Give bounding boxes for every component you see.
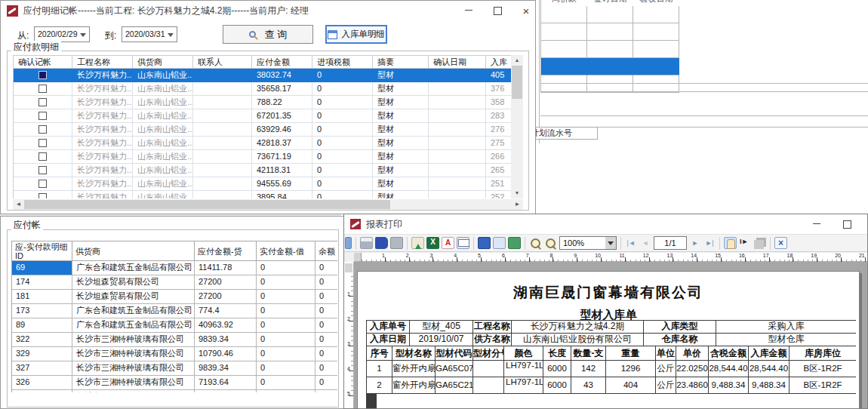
table-row[interactable]: 长沙万科魅力... 山东南山铝业... 63929.46 0 型材 276 (14, 123, 511, 137)
table-row[interactable]: 174 长沙坦森贸易有限公司 27200 0 0 (12, 275, 337, 290)
table-row[interactable]: 长沙万科魅力... 山东南山铝业... 42818.37 0 型材 275 (14, 137, 511, 150)
column-header[interactable]: 签订日期 (587, 0, 633, 6)
title-bar[interactable]: 报表打印 (344, 214, 867, 234)
column-header[interactable]: 应付金额-贷 (195, 241, 257, 261)
vertical-scrollbar[interactable] (511, 55, 523, 198)
table-row[interactable]: 327 长沙市三湘特种玻璃有限公司 9839.34 0 0 (12, 361, 337, 376)
table-row-selected[interactable] (541, 58, 679, 75)
cell (541, 75, 587, 93)
scroll-up-icon[interactable] (511, 55, 523, 66)
table-row[interactable] (541, 75, 679, 93)
inbound-detail-button[interactable]: 入库单明细 (325, 25, 387, 44)
scrollbar-thumb[interactable] (512, 66, 522, 99)
table-row[interactable]: 长沙万科魅力... 山东南山铝业... 38032.74 0 型材 405 (14, 69, 511, 82)
from-date-select[interactable]: 2020/02/29 (34, 26, 90, 42)
send-mail-icon[interactable] (457, 237, 469, 249)
table-row[interactable]: 长沙万科魅力... 山东南山铝业... 788.22 0 型材 358 (14, 96, 511, 109)
column-header[interactable]: 工程名称 (72, 55, 133, 69)
confirm-checkbox[interactable] (38, 180, 47, 188)
table-row[interactable]: 89 广东合和建筑五金制品有限公司 40963.92 0 0 (12, 318, 337, 333)
confirm-checkbox[interactable] (38, 152, 47, 161)
column-header[interactable]: 实付金额-借 (257, 241, 315, 261)
table-row[interactable]: 长沙万科魅力... 山东南山铝业... 73671.19 0 型材 266 (14, 150, 511, 164)
last-page-icon[interactable] (703, 237, 716, 249)
column-header[interactable]: 余额 (315, 241, 337, 261)
export-pdf-icon[interactable] (442, 237, 454, 249)
minimize-button[interactable] (806, 217, 827, 232)
column-header[interactable]: 验收日期 (633, 0, 679, 6)
column-header[interactable]: 进项税额 (312, 55, 373, 69)
zoom-level-select[interactable]: 100% (559, 236, 617, 250)
table-row[interactable]: 322 长沙市三湘特种玻璃有限公司 9839.34 0 0 (12, 333, 337, 347)
multi-page-view-icon[interactable] (508, 237, 521, 249)
print-setup-icon[interactable] (390, 237, 403, 249)
page-number-input[interactable]: 1/1 (654, 236, 687, 250)
horizontal-scrollbar[interactable] (13, 199, 523, 210)
export-icon[interactable] (411, 237, 424, 249)
zoom-in-icon[interactable] (529, 237, 542, 249)
confirm-checkbox[interactable] (38, 98, 47, 106)
zoom-out-icon[interactable] (544, 237, 557, 249)
first-page-icon[interactable] (625, 237, 637, 249)
hand-tool-icon[interactable] (724, 237, 737, 249)
previous-page-icon[interactable] (639, 237, 651, 249)
save-icon[interactable] (478, 237, 491, 249)
table-row[interactable]: 173 广东合和建筑五金制品有限公司 774.4 0 0 (12, 304, 337, 318)
column-header[interactable]: 应付金额 (252, 55, 312, 69)
export-excel-icon[interactable] (426, 237, 439, 249)
column-header[interactable]: 应-实付款明细ID (12, 241, 72, 261)
column-header[interactable]: 供货商 (72, 241, 195, 261)
column-header[interactable]: 入库 (486, 55, 511, 69)
close-preview-icon[interactable] (774, 237, 787, 249)
close-button[interactable] (516, 4, 537, 18)
confirm-checkbox[interactable] (38, 71, 47, 79)
table-row[interactable]: 181 长沙坦森贸易有限公司 27200 0 0 (12, 290, 337, 304)
column-header[interactable]: 供货商 (133, 55, 193, 69)
column-header[interactable]: 确认日期 (429, 55, 486, 69)
scroll-left-icon[interactable] (13, 199, 24, 210)
title-bar[interactable]: 应付明细记帐------当前工程: 长沙万科魅力之城4.2期------当前用户… (1, 1, 535, 21)
minimize-button[interactable] (458, 4, 479, 18)
confirm-checkbox[interactable] (38, 85, 47, 93)
detail-cell: 142 (571, 361, 606, 377)
preview-canvas[interactable]: 湖南巨晟门窗幕墙有限公司 型材入库单 入库单号 型材_405 工程名称 长沙万科… (354, 262, 868, 409)
table-row[interactable]: 长沙万科魅力... 山东南山铝业... 42118.31 0 型材 265 (14, 164, 511, 177)
confirm-checkbox[interactable] (38, 193, 47, 198)
table-row[interactable] (541, 41, 679, 58)
confirm-checkbox[interactable] (38, 166, 47, 174)
column-header[interactable]: 同价款 (541, 0, 587, 6)
maximize-button[interactable] (487, 4, 508, 18)
app-icon (350, 219, 361, 229)
table-row[interactable]: 长沙万科魅力... 山东南山铝业... 3895.84 0 型材 252 (14, 191, 511, 198)
book-icon[interactable] (375, 237, 388, 249)
table-row[interactable] (541, 23, 679, 41)
window-split-icon[interactable] (345, 237, 352, 249)
table-row[interactable]: 69 广东合和建筑五金制品有限公司 11411.78 0 0 (12, 261, 337, 275)
confirm-checkbox[interactable] (38, 125, 47, 134)
column-header[interactable]: 联系人 (193, 55, 252, 69)
confirm-checkbox[interactable] (38, 139, 47, 147)
table-row[interactable]: 长沙万科魅力... 山东南山铝业... 94555.69 0 型材 251 (14, 177, 511, 191)
table-row[interactable]: 329 长沙市三湘特种玻璃有限公司 10790.46 0 0 (12, 347, 337, 361)
table-row[interactable]: 长沙市三湘特种玻璃有限公司 (12, 390, 337, 392)
to-date-select[interactable]: 2020/03/31 (122, 26, 177, 42)
copy-icon[interactable] (754, 240, 764, 249)
scroll-right-icon[interactable] (512, 199, 523, 210)
close-button[interactable] (865, 217, 868, 232)
next-page-icon[interactable] (689, 237, 701, 249)
single-page-view-icon[interactable] (493, 237, 506, 249)
column-header[interactable]: 摘要 (373, 55, 429, 69)
maximize-button[interactable] (836, 217, 857, 232)
table-row[interactable]: 326 长沙市三湘特种玻璃有限公司 7193.64 0 0 (12, 376, 337, 390)
text-select-icon[interactable] (739, 237, 752, 249)
column-header[interactable]: 确认记帐 (14, 55, 72, 69)
confirm-checkbox[interactable] (38, 112, 47, 120)
table-row[interactable] (541, 6, 679, 23)
table-row[interactable]: 长沙万科魅力... 山东南山铝业... 35658.17 0 型材 376 (14, 82, 511, 96)
print-icon[interactable] (360, 237, 373, 249)
scrollbar-thumb[interactable] (24, 200, 390, 209)
query-button[interactable]: 查 询 (223, 25, 313, 44)
scroll-down-icon[interactable] (511, 188, 523, 198)
ruler-scroll-block[interactable] (345, 263, 352, 272)
table-row[interactable]: 长沙万科魅力... 山东南山铝业... 67201.35 0 型材 283 (14, 109, 511, 123)
